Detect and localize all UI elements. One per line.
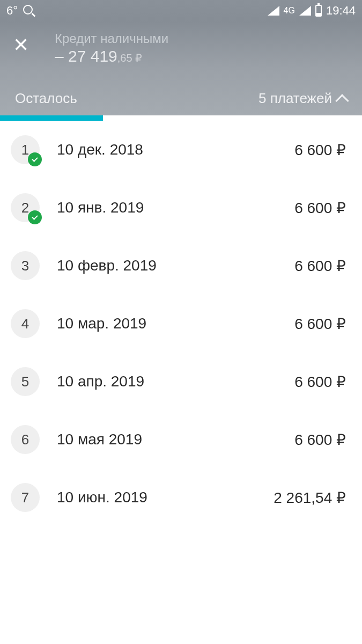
payment-row[interactable]: 310 февр. 20196 600 ₽	[0, 237, 362, 295]
payment-amount: 2 261,54 ₽	[274, 489, 346, 507]
header-summary[interactable]: Осталось 5 платежей	[0, 90, 362, 107]
balance-main: – 27 419	[55, 47, 117, 65]
temperature-indicator: 6°	[6, 4, 18, 18]
payment-number-badge: 3	[11, 251, 40, 280]
payment-date: 10 мая 2019	[57, 431, 294, 448]
header-title-area: Кредит наличными – 27 419,65 ₽	[55, 31, 168, 65]
time-indicator: 19:44	[326, 4, 356, 18]
payment-row[interactable]: 210 янв. 20196 600 ₽	[0, 179, 362, 237]
signal-icon	[268, 6, 279, 16]
payment-date: 10 дек. 2018	[57, 141, 294, 158]
payment-amount: 6 600 ₽	[294, 199, 346, 217]
payment-row[interactable]: 710 июн. 20192 261,54 ₽	[0, 469, 362, 526]
payment-amount: 6 600 ₽	[294, 257, 346, 275]
payment-date: 10 апр. 2019	[57, 373, 294, 390]
balance-decimal: ,65 ₽	[117, 52, 142, 64]
search-icon[interactable]	[23, 5, 35, 17]
payment-list: 110 дек. 20186 600 ₽210 янв. 20196 600 ₽…	[0, 121, 362, 526]
payment-date: 10 февр. 2019	[57, 257, 294, 274]
payment-row[interactable]: 510 апр. 20196 600 ₽	[0, 353, 362, 411]
payment-row[interactable]: 110 дек. 20186 600 ₽	[0, 121, 362, 179]
payment-amount: 6 600 ₽	[294, 373, 346, 391]
progress-bar	[0, 115, 362, 121]
payment-date: 10 янв. 2019	[57, 199, 294, 216]
payments-toggle[interactable]: 5 платежей	[258, 90, 347, 107]
payment-amount: 6 600 ₽	[294, 141, 346, 159]
status-left: 6°	[6, 4, 35, 18]
signal-icon-2	[299, 6, 311, 16]
payment-row[interactable]: 410 мар. 20196 600 ₽	[0, 295, 362, 353]
payment-number-badge: 2	[11, 193, 40, 222]
payment-number-badge: 5	[11, 367, 40, 396]
header-top: ✕ Кредит наличными – 27 419,65 ₽	[0, 21, 362, 75]
payment-number-badge: 4	[11, 309, 40, 338]
payment-number-badge: 6	[11, 425, 40, 454]
check-icon	[28, 210, 42, 224]
close-button[interactable]: ✕	[13, 35, 29, 55]
remaining-label: Осталось	[15, 90, 77, 107]
payment-number-badge: 7	[11, 483, 40, 512]
payment-date: 10 мар. 2019	[57, 315, 294, 332]
check-icon	[28, 152, 42, 166]
battery-icon	[315, 5, 322, 17]
payment-amount: 6 600 ₽	[294, 431, 346, 449]
page-header: ✕ Кредит наличными – 27 419,65 ₽ Осталос…	[0, 21, 362, 115]
status-bar: 6° 4G 19:44	[0, 0, 362, 21]
loan-balance: – 27 419,65 ₽	[55, 47, 168, 65]
loan-title: Кредит наличными	[55, 31, 168, 46]
progress-fill	[0, 115, 103, 121]
payments-count: 5 платежей	[258, 90, 332, 107]
payment-amount: 6 600 ₽	[294, 315, 346, 333]
payment-number-badge: 1	[11, 135, 40, 164]
payment-date: 10 июн. 2019	[57, 489, 274, 506]
network-indicator: 4G	[284, 6, 295, 16]
status-right: 4G 19:44	[268, 4, 356, 18]
payment-row[interactable]: 610 мая 20196 600 ₽	[0, 411, 362, 469]
chevron-up-icon	[335, 94, 349, 107]
